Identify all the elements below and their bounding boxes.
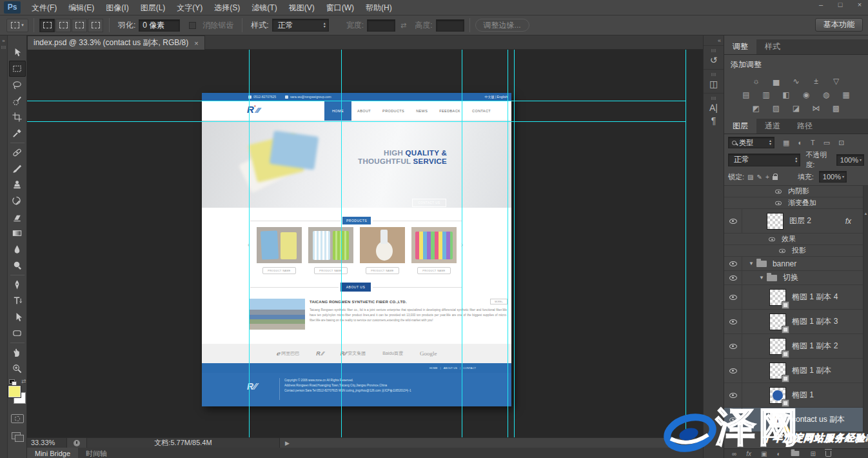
gradient-map-icon[interactable]: ⋈ bbox=[808, 103, 824, 114]
posterize-icon[interactable]: ▨ bbox=[768, 103, 784, 114]
visibility-toggle[interactable] bbox=[775, 201, 782, 204]
layer-effect-row[interactable]: 内阴影 bbox=[724, 186, 868, 197]
history-panel-icon[interactable]: ↺ bbox=[704, 55, 724, 65]
lock-transparency-icon[interactable]: ▨ bbox=[747, 174, 753, 181]
visibility-toggle[interactable] bbox=[724, 408, 742, 432]
restore-button[interactable]: □ bbox=[836, 1, 845, 8]
style-dropdown[interactable]: 正常 ▴▾ bbox=[272, 19, 329, 32]
layer-row[interactable]: 图层 2 fx bbox=[724, 209, 868, 234]
move-tool[interactable] bbox=[9, 45, 26, 61]
site-nav-news[interactable]: NEWS bbox=[410, 101, 433, 121]
visibility-toggle[interactable] bbox=[724, 310, 742, 334]
selection-mode-add[interactable] bbox=[55, 19, 71, 32]
status-options-icon[interactable]: ▶ bbox=[285, 440, 290, 446]
guide-vertical[interactable] bbox=[249, 50, 250, 437]
menu-edit[interactable]: 编辑(E) bbox=[63, 0, 100, 15]
collapse-panels-icon[interactable]: « bbox=[704, 35, 724, 45]
layer-row[interactable]: 椭圆 1 副本 4 bbox=[724, 285, 868, 310]
clone-stamp-tool[interactable] bbox=[9, 177, 26, 193]
baidu-logo[interactable]: Baidu百度 bbox=[382, 350, 403, 357]
product-name-button[interactable]: PRODUCT NAME bbox=[366, 267, 399, 274]
canvas-area[interactable]: 0512-82707625 sara.wu@rongweigroup.com 中… bbox=[27, 50, 703, 437]
tool-presets-panel-icon[interactable]: ◫ bbox=[704, 79, 724, 89]
guide-horizontal[interactable] bbox=[27, 121, 686, 122]
visibility-toggle[interactable] bbox=[779, 248, 785, 252]
layer-thumbnail[interactable] bbox=[767, 213, 784, 230]
antialias-checkbox[interactable] bbox=[189, 22, 196, 29]
visibility-toggle[interactable] bbox=[724, 334, 742, 358]
lasso-tool[interactable] bbox=[9, 77, 26, 93]
photo-filter-icon[interactable]: ◉ bbox=[798, 90, 814, 101]
product-card[interactable]: PRODUCT NAME bbox=[360, 227, 405, 274]
visibility-toggle[interactable] bbox=[724, 271, 742, 284]
swap-colors-icon[interactable]: ⇄ bbox=[21, 378, 26, 384]
layer-list-scrollbar[interactable]: ▲ bbox=[863, 186, 868, 439]
menu-type[interactable]: 文字(Y) bbox=[171, 0, 208, 15]
tool-preset-picker[interactable]: ▾ bbox=[6, 19, 28, 32]
filter-type-layers-icon[interactable]: T bbox=[811, 139, 815, 146]
blur-tool[interactable] bbox=[9, 241, 26, 257]
layer-thumbnail[interactable] bbox=[769, 338, 786, 355]
dodge-tool[interactable] bbox=[9, 257, 26, 274]
product-card[interactable]: PRODUCT NAME bbox=[411, 227, 457, 274]
menu-file[interactable]: 文件(F) bbox=[26, 0, 63, 15]
foreground-color-swatch[interactable] bbox=[8, 386, 21, 397]
layer-group-row[interactable]: ▼ 切换 bbox=[724, 271, 868, 285]
layer-effect-row[interactable]: 渐变叠加 bbox=[724, 197, 868, 209]
invert-icon[interactable]: ◩ bbox=[748, 103, 764, 114]
visibility-toggle[interactable] bbox=[775, 189, 782, 193]
site-nav-home[interactable]: HOME bbox=[324, 101, 351, 121]
quick-mask-button[interactable] bbox=[11, 414, 24, 423]
product-name-button[interactable]: PRODUCT NAME bbox=[314, 267, 348, 274]
selection-mode-intersect[interactable] bbox=[88, 19, 103, 32]
footer-link-home[interactable]: HOME bbox=[429, 366, 438, 370]
layer-effect-row[interactable]: 投影 bbox=[724, 245, 868, 257]
zoom-level-input[interactable]: 33.33% bbox=[27, 438, 67, 448]
zoom-tool[interactable] bbox=[9, 361, 26, 377]
rongwen-group-logo[interactable]: R⁄⁄荣文集团 bbox=[340, 350, 366, 357]
minimize-button[interactable]: – bbox=[816, 1, 825, 8]
brightness-contrast-icon[interactable]: ☼ bbox=[748, 76, 764, 87]
vibrance-icon[interactable]: ▽ bbox=[828, 76, 844, 87]
exposure-icon[interactable]: ± bbox=[808, 76, 824, 87]
visibility-toggle[interactable] bbox=[724, 285, 742, 309]
delete-layer-icon[interactable] bbox=[825, 451, 831, 457]
visibility-toggle[interactable] bbox=[724, 209, 742, 233]
layer-row[interactable]: 椭圆 1 bbox=[724, 383, 868, 408]
menu-help[interactable]: 帮助(H) bbox=[360, 0, 398, 15]
layer-row[interactable]: 椭圆 1 副本 3 bbox=[724, 310, 868, 334]
guide-vertical[interactable] bbox=[686, 50, 686, 437]
filter-type-dropdown[interactable]: 类型 ▴▾ bbox=[728, 137, 774, 148]
swap-dimensions-icon[interactable]: ⇄ bbox=[400, 21, 406, 30]
visibility-toggle[interactable] bbox=[724, 257, 742, 270]
product-card[interactable]: PRODUCT NAME bbox=[308, 227, 353, 274]
new-group-icon[interactable] bbox=[791, 451, 800, 456]
menu-view[interactable]: 视图(V) bbox=[283, 0, 321, 15]
product-card[interactable]: PRODUCT NAME bbox=[257, 227, 302, 274]
close-tab-icon[interactable]: × bbox=[194, 39, 198, 47]
layer-thumbnail[interactable] bbox=[769, 314, 786, 330]
black-white-icon[interactable]: ◧ bbox=[778, 90, 794, 101]
tab-paths[interactable]: 路径 bbox=[789, 119, 821, 134]
filter-shape-layers-icon[interactable]: ▭ bbox=[824, 139, 830, 147]
quick-selection-tool[interactable] bbox=[9, 93, 26, 109]
shape-tool[interactable] bbox=[9, 325, 26, 341]
refine-edge-button[interactable]: 调整边缘... bbox=[475, 19, 529, 32]
tab-channels[interactable]: 通道 bbox=[756, 119, 789, 134]
layer-thumbnail[interactable] bbox=[769, 363, 786, 379]
gradient-tool[interactable] bbox=[9, 225, 26, 241]
height-input[interactable] bbox=[436, 19, 464, 32]
spot-healing-brush-tool[interactable] bbox=[9, 144, 26, 161]
lock-all-icon[interactable] bbox=[773, 176, 778, 180]
type-tool[interactable] bbox=[9, 293, 26, 309]
path-selection-tool[interactable] bbox=[9, 309, 26, 325]
layer-group-row[interactable]: ▼ banner bbox=[724, 257, 868, 271]
contact-us-button[interactable]: CONTACT US bbox=[412, 199, 446, 207]
hue-saturation-icon[interactable]: ▤ bbox=[738, 90, 755, 101]
panel-grip[interactable] bbox=[1, 46, 6, 49]
guide-vertical[interactable] bbox=[508, 50, 508, 437]
footer-link-about[interactable]: ABOUT US bbox=[444, 366, 457, 370]
site-language-links[interactable]: 中文版 | English bbox=[485, 95, 508, 99]
product-name-button[interactable]: PRODUCT NAME bbox=[417, 267, 451, 274]
document-tab[interactable]: index.psd @ 33.3% (contact us 副本, RGB/8)… bbox=[27, 35, 205, 50]
